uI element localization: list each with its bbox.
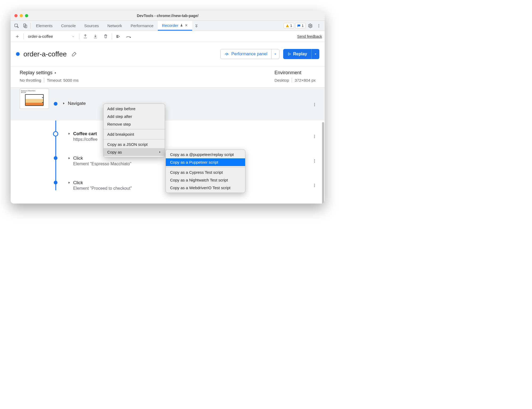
inspect-element-icon[interactable] (12, 21, 21, 31)
menu-copy-nightwatch[interactable]: Copy as a Nightwatch Test script (166, 176, 245, 184)
tab-elements[interactable]: Elements (32, 21, 57, 31)
svg-point-18 (314, 162, 315, 163)
expand-step-icon[interactable] (68, 181, 71, 184)
step-kebab-icon[interactable] (311, 133, 318, 140)
send-feedback-link[interactable]: Send feedback (297, 34, 322, 39)
tab-performance[interactable]: Performance (126, 21, 158, 31)
tab-recorder-label: Recorder (162, 23, 179, 28)
recording-title: order-a-coffee (23, 50, 67, 58)
import-icon[interactable] (92, 32, 100, 40)
menu-copy-as[interactable]: Copy as (104, 148, 165, 156)
perf-dropdown-caret[interactable] (271, 49, 279, 59)
settings-gear-icon[interactable] (306, 21, 315, 31)
export-icon[interactable] (81, 32, 89, 40)
chevron-down-icon (72, 35, 75, 38)
throttling-value: No throttling (20, 78, 41, 82)
menu-copy-webdriverio[interactable]: Copy as a WebdriverIO Test script (166, 184, 245, 192)
divider (79, 34, 79, 39)
menu-add-step-before[interactable]: Add step before (104, 105, 165, 113)
menu-copy-puppeteer-replay[interactable]: Copy as a @puppeteer/replay script (166, 151, 245, 158)
step-thumbnail: Espresso Macchiato $12.00 (20, 89, 49, 109)
svg-point-20 (314, 185, 315, 186)
more-tabs-icon[interactable] (192, 21, 201, 31)
menu-separator (104, 139, 165, 139)
divider (292, 78, 292, 82)
svg-point-10 (314, 103, 315, 104)
step-row-coffee-cart[interactable]: Coffee cart https://coffee (11, 121, 325, 147)
divider (112, 34, 112, 39)
tab-recorder[interactable]: Recorder (158, 21, 192, 31)
tab-console[interactable]: Console (57, 21, 80, 31)
device-toolbar-icon[interactable] (21, 21, 29, 31)
edit-title-icon[interactable] (72, 51, 77, 57)
menu-copy-puppeteer[interactable]: Copy as a Puppeteer script (166, 158, 245, 166)
step-kebab-icon[interactable] (311, 157, 318, 165)
expand-step-icon[interactable] (68, 132, 71, 135)
step-subtitle: Element "Espresso Macchiato" (73, 162, 131, 166)
menu-copy-cypress[interactable]: Copy as a Cypress Test script (166, 168, 245, 176)
svg-point-13 (314, 135, 315, 136)
perf-button-label: Performance panel (231, 52, 267, 56)
expand-step-icon[interactable] (68, 156, 71, 160)
svg-point-3 (310, 25, 311, 26)
devtools-tabstrip: Elements Console Sources Network Perform… (11, 21, 325, 31)
status-indicator (16, 52, 20, 56)
replay-dropdown-caret[interactable] (311, 49, 319, 59)
svg-point-5 (319, 25, 319, 26)
svg-point-15 (314, 137, 315, 138)
svg-point-8 (130, 37, 131, 38)
replay-button[interactable]: Replay (283, 49, 319, 59)
recording-header: order-a-coffee Performance panel Replay (11, 42, 325, 66)
device-value: Desktop (274, 78, 289, 82)
performance-panel-button[interactable]: Performance panel (220, 49, 279, 59)
recording-selector[interactable]: order-a-coffee (26, 33, 77, 40)
timeline-node (54, 181, 57, 184)
step-kebab-icon[interactable] (311, 182, 318, 189)
new-recording-icon[interactable] (13, 32, 21, 40)
window-title: DevTools - chrome://new-tab-page/ (11, 14, 325, 18)
svg-point-17 (314, 161, 315, 162)
kebab-menu-icon[interactable] (315, 21, 323, 31)
menu-add-breakpoint[interactable]: Add breakpoint (104, 130, 165, 138)
chat-count: 1 (302, 24, 304, 28)
play-icon (287, 52, 291, 56)
replay-settings-toggle[interactable]: Replay settings (20, 70, 79, 76)
issues-warning-badge[interactable]: 1 (284, 23, 294, 28)
divider (23, 34, 24, 39)
flask-icon (180, 23, 183, 27)
step-kebab-icon[interactable] (311, 101, 318, 108)
continue-icon[interactable] (114, 32, 122, 40)
titlebar: DevTools - chrome://new-tab-page/ (11, 11, 325, 21)
viewport-value: 372×804 px (295, 78, 316, 82)
menu-copy-json[interactable]: Copy as a JSON script (104, 141, 165, 148)
issues-chat-badge[interactable]: 1 (295, 23, 306, 28)
timeline-node (54, 156, 57, 160)
svg-point-11 (314, 104, 315, 105)
tab-network[interactable]: Network (103, 21, 126, 31)
gauge-icon (224, 52, 229, 56)
svg-point-9 (226, 55, 227, 55)
recorder-toolbar: order-a-coffee Send feedback (11, 31, 325, 42)
menu-separator (104, 129, 165, 129)
divider (30, 23, 31, 28)
delete-icon[interactable] (102, 32, 110, 40)
chevron-right-icon (159, 151, 161, 154)
menu-remove-step[interactable]: Remove step (104, 120, 165, 128)
environment-label: Environment (274, 70, 316, 76)
menu-separator (166, 167, 245, 167)
menu-add-step-after[interactable]: Add step after (104, 113, 165, 120)
steps-area: Espresso Macchiato $12.00 Navigate (11, 87, 325, 204)
step-title: Click (73, 180, 132, 185)
expand-step-icon[interactable] (62, 102, 65, 105)
tab-sources[interactable]: Sources (80, 21, 103, 31)
svg-point-6 (319, 27, 319, 27)
close-tab-icon[interactable] (185, 24, 188, 27)
timeline-node (54, 102, 57, 106)
step-row-navigate[interactable]: Espresso Macchiato $12.00 Navigate (11, 88, 325, 121)
step-over-icon[interactable] (124, 32, 132, 40)
step-subtitle: Element "Proceed to checkout" (73, 186, 132, 191)
step-subtitle: https://coffee (73, 137, 97, 142)
menu-copy-as-label: Copy as (107, 150, 122, 154)
chevron-right-icon (54, 71, 57, 75)
recording-name: order-a-coffee (28, 34, 53, 39)
